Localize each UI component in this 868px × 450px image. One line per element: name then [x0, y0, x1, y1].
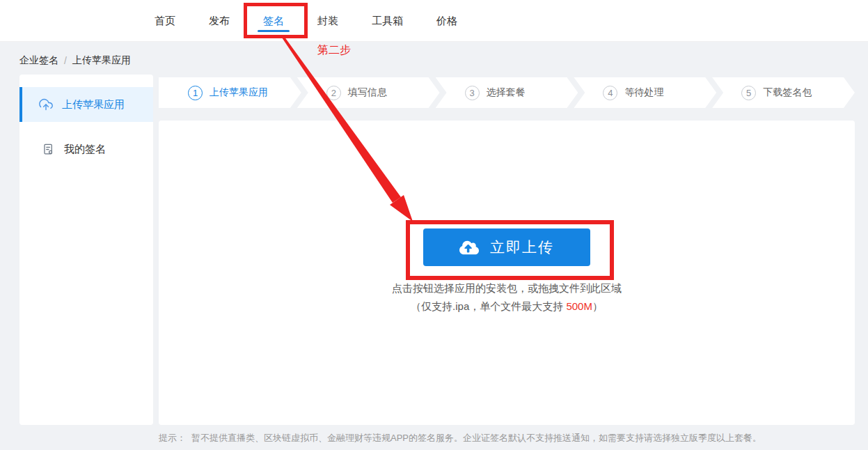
sidebar-item-upload-apple-app[interactable]: 上传苹果应用	[19, 87, 153, 122]
nav-item-home[interactable]: 首页	[155, 0, 175, 42]
upload-now-button[interactable]: 立即上传	[423, 228, 590, 266]
step-number: 3	[465, 86, 480, 100]
breadcrumb-current-page: 上传苹果应用	[72, 54, 131, 67]
upload-dropzone[interactable]: 立即上传 点击按钮选择应用的安装包，或拖拽文件到此区域 （仅支持.ipa，单个文…	[159, 121, 855, 425]
nav-item-toolbox[interactable]: 工具箱	[372, 0, 403, 42]
upload-hint-line1: 点击按钮选择应用的安装包，或拖拽文件到此区域	[159, 282, 855, 295]
step-label: 下载签名包	[763, 86, 812, 99]
breadcrumb-separator: /	[64, 55, 67, 66]
nav-item-price[interactable]: 价格	[436, 0, 457, 42]
annotation-step-text: 第二步	[317, 43, 351, 58]
max-size-value: 500M	[566, 300, 592, 312]
tip-text: 暂不提供直播类、区块链虚拟币、金融理财等违规APP的签名服务。企业证签名默认不支…	[191, 433, 762, 443]
sidebar-item-my-signatures[interactable]: 我的签名	[19, 132, 153, 166]
steps-bar: 1 上传苹果应用 2 填写信息 3 选择套餐 4 等待处理 5 下载签名包	[159, 77, 855, 108]
nav-item-package[interactable]: 封装	[317, 0, 338, 42]
sidebar-item-label: 我的签名	[64, 143, 106, 156]
signature-doc-icon	[42, 143, 55, 156]
step-label: 选择套餐	[487, 86, 526, 99]
step-1-upload-app: 1 上传苹果应用	[159, 77, 301, 108]
breadcrumb: 企业签名 / 上传苹果应用	[19, 54, 131, 67]
step-5-download-package: 5 下载签名包	[712, 77, 855, 108]
upload-button-label: 立即上传	[490, 238, 554, 257]
cloud-upload-icon	[459, 240, 479, 256]
breadcrumb-enterprise-sign[interactable]: 企业签名	[19, 54, 58, 67]
footer-tip: 提示：暂不提供直播类、区块链虚拟币、金融理财等违规APP的签名服务。企业证签名默…	[159, 432, 762, 444]
nav-item-publish[interactable]: 发布	[209, 0, 230, 42]
hint-suffix: ）	[592, 300, 603, 312]
top-header: 首页 发布 签名 封装 工具箱 价格	[0, 0, 868, 42]
step-number: 4	[603, 86, 617, 100]
step-3-choose-plan: 3 选择套餐	[436, 77, 578, 108]
step-number: 2	[326, 86, 341, 100]
step-number: 5	[741, 86, 756, 100]
step-label: 填写信息	[348, 86, 387, 99]
cloud-upload-icon	[39, 98, 53, 111]
step-number: 1	[188, 86, 203, 100]
nav-item-sign[interactable]: 签名	[263, 0, 284, 42]
step-2-fill-info: 2 填写信息	[297, 77, 440, 108]
hint-prefix: （仅支持.ipa，单个文件最大支持	[411, 300, 566, 312]
step-label: 等待处理	[624, 86, 663, 99]
upload-hint-line2: （仅支持.ipa，单个文件最大支持 500M）	[159, 300, 855, 313]
sidebar: 上传苹果应用 我的签名	[19, 75, 153, 425]
main-nav: 首页 发布 签名 封装 工具箱 价格	[0, 0, 868, 41]
tip-label: 提示：	[159, 433, 186, 443]
step-4-wait-processing: 4 等待处理	[574, 77, 716, 108]
step-label: 上传苹果应用	[210, 86, 268, 99]
sidebar-item-label: 上传苹果应用	[62, 98, 125, 111]
